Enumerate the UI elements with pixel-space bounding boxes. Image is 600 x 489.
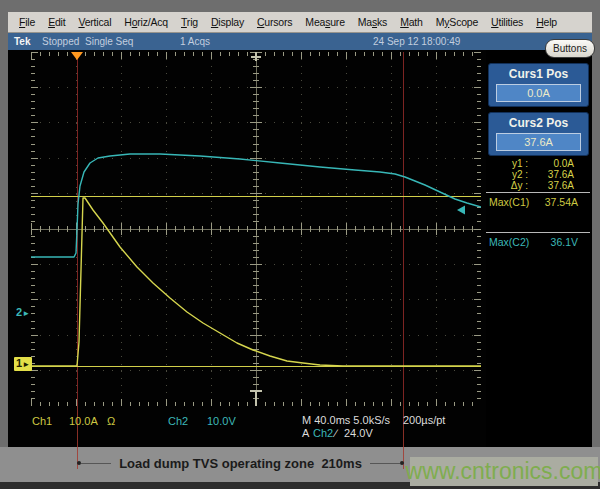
menu-item-myscope[interactable]: MyScope bbox=[434, 14, 480, 30]
right-arrow-icon: ► bbox=[22, 360, 30, 369]
menu-item-cursors[interactable]: Cursors bbox=[255, 14, 294, 30]
dimension-annotation: Load dump TVS operating zone 210ms bbox=[77, 455, 404, 471]
menu-item-masks[interactable]: Masks bbox=[356, 14, 389, 30]
menu-item-help[interactable]: Help bbox=[534, 14, 559, 30]
watermark: www.cntronics.com bbox=[410, 457, 598, 486]
cursor1-title: Curs1 Pos bbox=[489, 67, 588, 81]
annotation-bar: Load dump TVS operating zone 210ms www.c… bbox=[0, 447, 600, 482]
record-length-readout: 200µs/pt bbox=[403, 414, 445, 426]
menu-item-edit[interactable]: Edit bbox=[46, 14, 67, 30]
tek-logo: Tek bbox=[14, 36, 31, 47]
dimension-line bbox=[81, 463, 111, 464]
cursor2-position-control: Curs2 Pos 37.6A bbox=[488, 112, 589, 156]
menu-item-utilities[interactable]: Utilities bbox=[489, 14, 525, 30]
scope-screen: 2► 1► Ch1 10.0A Ω Ch2 10.0V M 40.0ms 5.0… bbox=[8, 50, 592, 447]
trigger-source-readout[interactable]: Ch2 bbox=[313, 427, 333, 439]
acquisition-mode: Single Seq bbox=[85, 36, 133, 47]
trigger-slope-icon: ∕ bbox=[335, 427, 337, 439]
cursor2-value-field[interactable]: 37.6A bbox=[496, 133, 581, 151]
acquisition-state: Stopped bbox=[42, 36, 79, 47]
menu-item-file[interactable]: File bbox=[17, 14, 37, 30]
measurement-max-c1: Max(C1)37.54A bbox=[486, 196, 592, 209]
datetime: 24 Sep 12 18:00:49 bbox=[373, 36, 460, 47]
ch1-label-readout[interactable]: Ch1 bbox=[32, 415, 52, 427]
ch2-reference-marker[interactable]: 2► bbox=[16, 306, 30, 318]
cursor-readout-row: y2 :37.6A bbox=[486, 169, 592, 180]
trigger-position-marker[interactable] bbox=[71, 52, 83, 60]
watermark-text: www.cntronics.com bbox=[406, 458, 600, 485]
graticule bbox=[31, 52, 481, 406]
menu-bar: FileEditVerticalHoriz/AcqTrigDisplayCurs… bbox=[8, 12, 592, 33]
trigger-mode-readout: A bbox=[302, 427, 309, 439]
buttons-button[interactable]: Buttons bbox=[545, 39, 595, 58]
cursor-readout-row: y1 :0.0A bbox=[486, 158, 592, 169]
menu-item-horizacq[interactable]: Horiz/Acq bbox=[122, 14, 170, 30]
menu-item-trig[interactable]: Trig bbox=[179, 14, 200, 30]
menu-item-vertical[interactable]: Vertical bbox=[76, 14, 113, 30]
menu-item-display[interactable]: Display bbox=[209, 14, 246, 30]
cursor1-value-field[interactable]: 0.0A bbox=[496, 84, 581, 102]
cursor1-position-control: Curs1 Pos 0.0A bbox=[488, 63, 589, 107]
side-control-panel: Curs1 Pos 0.0A Curs2 Pos 37.6A y1 :0.0Ay… bbox=[486, 50, 592, 447]
status-bar: Tek Stopped Single Seq 1 Acqs 24 Sep 12 … bbox=[8, 33, 592, 50]
ch1-coupling-readout[interactable]: Ω bbox=[107, 415, 115, 427]
ch1-scale-readout[interactable]: 10.0A bbox=[69, 415, 98, 427]
ch2-label-readout[interactable]: Ch2 bbox=[168, 415, 188, 427]
measurement-max-c2: Max(C2)36.1V bbox=[486, 236, 592, 249]
ch2-scale-readout[interactable]: 10.0V bbox=[207, 415, 236, 427]
divider bbox=[486, 232, 590, 233]
divider bbox=[486, 192, 590, 193]
acquisition-count: 1 Acqs bbox=[180, 36, 210, 47]
right-arrow-icon: ► bbox=[22, 309, 30, 318]
menu-item-measure[interactable]: Measure bbox=[303, 14, 346, 30]
cursor2-title: Curs2 Pos bbox=[489, 116, 588, 130]
oscilloscope-window: FileEditVerticalHoriz/AcqTrigDisplayCurs… bbox=[0, 0, 600, 489]
menu-item-math[interactable]: Math bbox=[398, 14, 425, 30]
cursor-readout-row: Δy :37.6A bbox=[486, 180, 592, 191]
dimension-end-dot bbox=[400, 461, 404, 465]
ch1-reference-marker[interactable]: 1► bbox=[14, 357, 32, 371]
annotation-text: Load dump TVS operating zone 210ms bbox=[119, 456, 362, 471]
dimension-line bbox=[370, 463, 400, 464]
ch2-end-arrow-icon bbox=[457, 206, 465, 215]
cursor-delta-readout: y1 :0.0Ay2 :37.6AΔy :37.6A bbox=[486, 158, 592, 191]
timebase-readout[interactable]: M 40.0ms 5.0kS/s bbox=[302, 414, 390, 426]
cursor-2-extension-line bbox=[403, 406, 404, 447]
trigger-level-readout[interactable]: 24.0V bbox=[344, 427, 373, 439]
